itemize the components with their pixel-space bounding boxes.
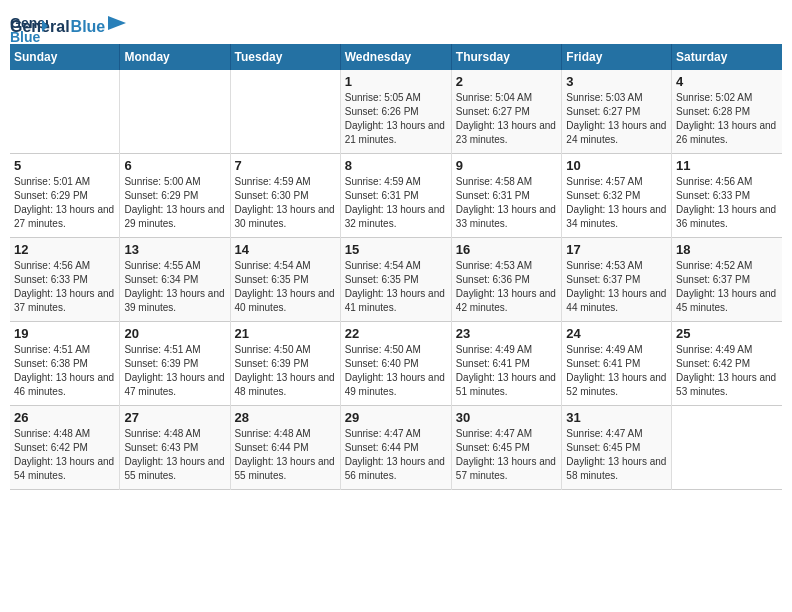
day-number: 4 [676, 74, 778, 89]
day-info: Sunrise: 4:47 AMSunset: 6:45 PMDaylight:… [566, 427, 667, 483]
day-number: 14 [235, 242, 336, 257]
day-info: Sunrise: 4:59 AMSunset: 6:30 PMDaylight:… [235, 175, 336, 231]
calendar-day-28: 28Sunrise: 4:48 AMSunset: 6:44 PMDayligh… [230, 406, 340, 490]
svg-marker-3 [108, 16, 126, 30]
day-info: Sunrise: 4:51 AMSunset: 6:39 PMDaylight:… [124, 343, 225, 399]
calendar-header-monday: Monday [120, 44, 230, 70]
day-info: Sunrise: 4:52 AMSunset: 6:37 PMDaylight:… [676, 259, 778, 315]
calendar-day-4: 4Sunrise: 5:02 AMSunset: 6:28 PMDaylight… [672, 70, 782, 154]
calendar-day-3: 3Sunrise: 5:03 AMSunset: 6:27 PMDaylight… [562, 70, 672, 154]
day-number: 5 [14, 158, 115, 173]
day-info: Sunrise: 4:56 AMSunset: 6:33 PMDaylight:… [676, 175, 778, 231]
calendar-day-12: 12Sunrise: 4:56 AMSunset: 6:33 PMDayligh… [10, 238, 120, 322]
calendar-day-14: 14Sunrise: 4:54 AMSunset: 6:35 PMDayligh… [230, 238, 340, 322]
calendar-day-empty [120, 70, 230, 154]
day-number: 18 [676, 242, 778, 257]
day-info: Sunrise: 4:47 AMSunset: 6:44 PMDaylight:… [345, 427, 447, 483]
calendar-day-26: 26Sunrise: 4:48 AMSunset: 6:42 PMDayligh… [10, 406, 120, 490]
day-number: 2 [456, 74, 558, 89]
calendar-header-saturday: Saturday [672, 44, 782, 70]
calendar-day-6: 6Sunrise: 5:00 AMSunset: 6:29 PMDaylight… [120, 154, 230, 238]
logo-blue: Blue [71, 18, 106, 36]
day-number: 13 [124, 242, 225, 257]
calendar-day-30: 30Sunrise: 4:47 AMSunset: 6:45 PMDayligh… [451, 406, 562, 490]
day-info: Sunrise: 4:54 AMSunset: 6:35 PMDaylight:… [235, 259, 336, 315]
day-info: Sunrise: 5:01 AMSunset: 6:29 PMDaylight:… [14, 175, 115, 231]
logo: General Blue General Blue [10, 10, 126, 36]
calendar-day-9: 9Sunrise: 4:58 AMSunset: 6:31 PMDaylight… [451, 154, 562, 238]
day-info: Sunrise: 5:02 AMSunset: 6:28 PMDaylight:… [676, 91, 778, 147]
calendar-day-22: 22Sunrise: 4:50 AMSunset: 6:40 PMDayligh… [340, 322, 451, 406]
calendar-header-tuesday: Tuesday [230, 44, 340, 70]
day-info: Sunrise: 4:49 AMSunset: 6:42 PMDaylight:… [676, 343, 778, 399]
day-info: Sunrise: 4:53 AMSunset: 6:36 PMDaylight:… [456, 259, 558, 315]
day-number: 7 [235, 158, 336, 173]
day-number: 10 [566, 158, 667, 173]
day-number: 11 [676, 158, 778, 173]
day-number: 27 [124, 410, 225, 425]
calendar-day-2: 2Sunrise: 5:04 AMSunset: 6:27 PMDaylight… [451, 70, 562, 154]
day-info: Sunrise: 4:55 AMSunset: 6:34 PMDaylight:… [124, 259, 225, 315]
calendar-day-27: 27Sunrise: 4:48 AMSunset: 6:43 PMDayligh… [120, 406, 230, 490]
calendar-day-17: 17Sunrise: 4:53 AMSunset: 6:37 PMDayligh… [562, 238, 672, 322]
day-number: 6 [124, 158, 225, 173]
day-number: 17 [566, 242, 667, 257]
day-number: 3 [566, 74, 667, 89]
day-info: Sunrise: 4:49 AMSunset: 6:41 PMDaylight:… [566, 343, 667, 399]
calendar-week-row: 26Sunrise: 4:48 AMSunset: 6:42 PMDayligh… [10, 406, 782, 490]
day-info: Sunrise: 4:48 AMSunset: 6:44 PMDaylight:… [235, 427, 336, 483]
calendar-day-empty [10, 70, 120, 154]
calendar-day-15: 15Sunrise: 4:54 AMSunset: 6:35 PMDayligh… [340, 238, 451, 322]
calendar-table: SundayMondayTuesdayWednesdayThursdayFrid… [10, 44, 782, 490]
day-number: 1 [345, 74, 447, 89]
calendar-week-row: 1Sunrise: 5:05 AMSunset: 6:26 PMDaylight… [10, 70, 782, 154]
calendar-header-friday: Friday [562, 44, 672, 70]
calendar-day-10: 10Sunrise: 4:57 AMSunset: 6:32 PMDayligh… [562, 154, 672, 238]
day-number: 19 [14, 326, 115, 341]
day-number: 24 [566, 326, 667, 341]
calendar-day-31: 31Sunrise: 4:47 AMSunset: 6:45 PMDayligh… [562, 406, 672, 490]
calendar-day-1: 1Sunrise: 5:05 AMSunset: 6:26 PMDaylight… [340, 70, 451, 154]
calendar-day-16: 16Sunrise: 4:53 AMSunset: 6:36 PMDayligh… [451, 238, 562, 322]
day-number: 26 [14, 410, 115, 425]
day-info: Sunrise: 4:47 AMSunset: 6:45 PMDaylight:… [456, 427, 558, 483]
day-info: Sunrise: 4:50 AMSunset: 6:39 PMDaylight:… [235, 343, 336, 399]
calendar-day-25: 25Sunrise: 4:49 AMSunset: 6:42 PMDayligh… [672, 322, 782, 406]
day-info: Sunrise: 4:50 AMSunset: 6:40 PMDaylight:… [345, 343, 447, 399]
day-number: 16 [456, 242, 558, 257]
calendar-day-21: 21Sunrise: 4:50 AMSunset: 6:39 PMDayligh… [230, 322, 340, 406]
calendar-header-wednesday: Wednesday [340, 44, 451, 70]
calendar-day-24: 24Sunrise: 4:49 AMSunset: 6:41 PMDayligh… [562, 322, 672, 406]
calendar-day-18: 18Sunrise: 4:52 AMSunset: 6:37 PMDayligh… [672, 238, 782, 322]
day-info: Sunrise: 4:51 AMSunset: 6:38 PMDaylight:… [14, 343, 115, 399]
day-info: Sunrise: 4:49 AMSunset: 6:41 PMDaylight:… [456, 343, 558, 399]
day-info: Sunrise: 4:54 AMSunset: 6:35 PMDaylight:… [345, 259, 447, 315]
day-number: 30 [456, 410, 558, 425]
day-info: Sunrise: 5:05 AMSunset: 6:26 PMDaylight:… [345, 91, 447, 147]
calendar-day-7: 7Sunrise: 4:59 AMSunset: 6:30 PMDaylight… [230, 154, 340, 238]
calendar-day-empty [230, 70, 340, 154]
calendar-week-row: 12Sunrise: 4:56 AMSunset: 6:33 PMDayligh… [10, 238, 782, 322]
day-number: 31 [566, 410, 667, 425]
day-info: Sunrise: 5:04 AMSunset: 6:27 PMDaylight:… [456, 91, 558, 147]
calendar-header-row: SundayMondayTuesdayWednesdayThursdayFrid… [10, 44, 782, 70]
calendar-day-empty [672, 406, 782, 490]
day-number: 21 [235, 326, 336, 341]
day-info: Sunrise: 4:56 AMSunset: 6:33 PMDaylight:… [14, 259, 115, 315]
day-number: 29 [345, 410, 447, 425]
calendar-day-29: 29Sunrise: 4:47 AMSunset: 6:44 PMDayligh… [340, 406, 451, 490]
day-info: Sunrise: 4:53 AMSunset: 6:37 PMDaylight:… [566, 259, 667, 315]
logo-icon: General Blue [10, 10, 48, 48]
day-number: 12 [14, 242, 115, 257]
calendar-day-19: 19Sunrise: 4:51 AMSunset: 6:38 PMDayligh… [10, 322, 120, 406]
calendar-day-13: 13Sunrise: 4:55 AMSunset: 6:34 PMDayligh… [120, 238, 230, 322]
calendar-week-row: 5Sunrise: 5:01 AMSunset: 6:29 PMDaylight… [10, 154, 782, 238]
day-info: Sunrise: 4:57 AMSunset: 6:32 PMDaylight:… [566, 175, 667, 231]
calendar-day-8: 8Sunrise: 4:59 AMSunset: 6:31 PMDaylight… [340, 154, 451, 238]
calendar-day-23: 23Sunrise: 4:49 AMSunset: 6:41 PMDayligh… [451, 322, 562, 406]
day-number: 22 [345, 326, 447, 341]
day-number: 15 [345, 242, 447, 257]
day-number: 9 [456, 158, 558, 173]
day-number: 25 [676, 326, 778, 341]
day-info: Sunrise: 5:03 AMSunset: 6:27 PMDaylight:… [566, 91, 667, 147]
